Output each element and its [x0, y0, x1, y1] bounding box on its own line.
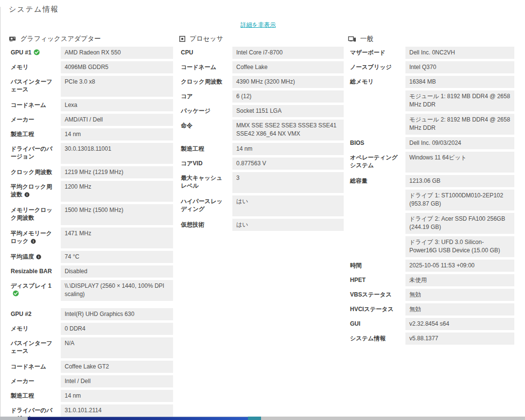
section-header-general: 一般	[348, 34, 514, 44]
info-icon[interactable]: i	[36, 254, 41, 260]
row-label-text: コアVID	[181, 160, 203, 167]
row-value: MMX SSE SSE2 SSE3 SSSE3 SSE41 SSE42 X86_…	[232, 120, 344, 140]
row-label: オペレーティングシステム	[348, 152, 405, 173]
info-row: モジュール 1: 8192 MB DDR4 @ 2658 MHz DDR	[348, 90, 514, 111]
status-ok-check-icon	[34, 49, 40, 55]
row-label-text: CPU	[181, 49, 193, 56]
row-label: コア	[179, 90, 232, 103]
row-value: PCIe 3.0 x8	[61, 76, 173, 97]
info-row: 製造工程14 nm	[179, 143, 344, 155]
row-label-text: メーカー	[11, 378, 35, 385]
info-row: GPU #1AMD Radeon RX 550	[9, 47, 173, 59]
page-title: システム情報	[9, 5, 59, 14]
row-label: バスインターフェース	[9, 337, 61, 358]
row-value: 74 °C	[61, 251, 173, 263]
row-label: メモリ	[9, 61, 61, 73]
info-columns: グラフィックスアダプターGPU #1AMD Radeon RX 550メモリ40…	[9, 34, 514, 420]
row-label: 総容量	[348, 175, 405, 187]
info-row: クロック周波数4390 MHz (3200 MHz)	[179, 76, 344, 88]
info-row: コアVID0.877563 V	[179, 158, 344, 170]
row-value: Intel Q370	[405, 61, 514, 73]
edge-segment-teal	[248, 417, 261, 420]
info-row: GUIv2.32.8454 s64	[348, 318, 514, 330]
row-label: クロック周波数	[9, 166, 61, 178]
row-label-text: パッケージ	[181, 107, 210, 114]
info-row: ノースブリッジIntel Q370	[348, 61, 514, 73]
info-row: メモリ4096MB GDDR5	[9, 61, 173, 73]
row-label-text: クロック周波数	[181, 78, 222, 85]
svg-text:i: i	[33, 239, 34, 244]
row-label: 製造工程	[9, 390, 61, 402]
row-label-text: GPU #1	[11, 49, 32, 56]
hide-details-link[interactable]: 詳細を非表示	[241, 21, 276, 28]
info-icon[interactable]: i	[24, 192, 30, 197]
info-row: HPET未使用	[348, 274, 514, 286]
info-row: CPUIntel Core i7-8700	[179, 47, 344, 59]
row-label: コードネーム	[9, 99, 61, 111]
row-value: Intel(R) UHD Graphics 630	[61, 308, 173, 320]
info-row: 時間2025-10-05 11:53 +09:00	[348, 260, 514, 272]
info-row: Resizable BARDisabled	[9, 265, 173, 278]
row-label-text: Resizable BAR	[11, 268, 52, 275]
row-label-text: ドライバーのバージョン	[11, 145, 52, 160]
info-row: パッケージSocket 1151 LGA	[179, 105, 344, 117]
section-graphics-adapter: グラフィックスアダプターGPU #1AMD Radeon RX 550メモリ40…	[9, 34, 173, 420]
row-label	[348, 114, 405, 135]
row-label	[348, 90, 405, 111]
row-label-text: HVCIステータス	[350, 306, 394, 313]
row-value: Disabled	[61, 265, 173, 278]
row-value: 6 (12)	[232, 90, 344, 103]
row-label-text: HPET	[350, 277, 366, 283]
row-label: Resizable BAR	[9, 265, 61, 278]
row-value: 14 nm	[232, 143, 344, 155]
info-row: ドライブ 1: ST1000DM010-2EP102 (953.87 GB)	[348, 190, 514, 210]
row-value: ドライブ 3: UFD 3.0 Silicon-Power16G USB Dev…	[405, 236, 514, 257]
info-row: マザーボードDell Inc. 0NC2VH	[348, 47, 514, 59]
row-value: 4390 MHz (3200 MHz)	[232, 76, 344, 88]
row-value: Dell Inc. 09/03/2024	[405, 137, 514, 149]
row-label-text: ハイパースレッディング	[181, 198, 223, 212]
row-label: GUI	[348, 318, 405, 330]
row-value: Coffee Lake GT2	[61, 361, 173, 373]
row-label: コードネーム	[179, 61, 232, 73]
info-icon[interactable]: i	[31, 239, 36, 244]
row-label: 仮想技術	[179, 219, 232, 231]
edge-segment-navy	[28, 417, 248, 420]
row-label-text: 最大キャッシュレベル	[181, 175, 222, 189]
section-title: プロセッサ	[190, 35, 223, 43]
row-label: メーカー	[9, 375, 61, 387]
row-label-text: システム情報	[350, 335, 385, 342]
row-label: 製造工程	[9, 128, 61, 140]
row-value: 1200 MHz	[61, 181, 173, 202]
section-title: 一般	[360, 35, 373, 43]
section-title: グラフィックスアダプター	[20, 35, 101, 43]
info-row: 仮想技術はい	[179, 219, 344, 231]
row-value: v5.88.1377	[405, 332, 514, 345]
row-label: 平均メモリークロックi	[9, 228, 61, 248]
row-label-text: 時間	[350, 262, 362, 269]
row-label: コアVID	[179, 158, 232, 170]
edge-segment-gray-right	[261, 417, 525, 420]
row-value: Coffee Lake	[232, 61, 344, 73]
row-label: 最大キャッシュレベル	[179, 172, 232, 193]
row-label-text: コア	[181, 93, 193, 100]
row-label-text: コードネーム	[181, 64, 216, 70]
info-row: 平均温度i74 °C	[9, 251, 173, 263]
row-label-text: 平均クロック周波数	[11, 183, 52, 198]
row-value: 3	[232, 172, 344, 193]
gpu-icon	[9, 36, 17, 42]
row-label-text: 総メモリ	[350, 78, 374, 85]
row-value: Windows 11 64ビット	[405, 152, 514, 173]
row-label: メモリークロック周波数	[9, 204, 61, 225]
row-label: システム情報	[348, 332, 405, 345]
cpu-icon	[179, 35, 186, 42]
row-value: 0.877563 V	[232, 158, 344, 170]
info-row: ディスプレイ 1\\.\DISPLAY7 (2560 × 1440, 100% …	[9, 280, 173, 301]
row-label-text: コードネーム	[11, 363, 46, 370]
row-label: ディスプレイ 1	[9, 280, 61, 301]
row-value: v2.32.8454 s64	[405, 318, 514, 330]
info-row: ドライブ 3: UFD 3.0 Silicon-Power16G USB Dev…	[348, 236, 514, 257]
info-row: 平均クロック周波数i1200 MHz	[9, 181, 173, 202]
row-label-text: GUI	[350, 320, 360, 327]
info-row: GPU #2Intel(R) UHD Graphics 630	[9, 308, 173, 320]
